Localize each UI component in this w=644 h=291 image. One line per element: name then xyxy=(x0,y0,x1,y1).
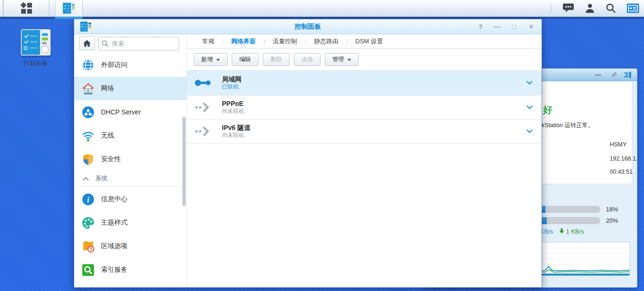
sidebar: 外部访问 网络 DHCP Server 无线 xyxy=(74,34,187,287)
sidebar-item-info-center[interactable]: i 信息中心 xyxy=(74,187,187,211)
tab-bar: 常规 网络界面 流量控制 静态路由 DSM 设置 xyxy=(187,34,542,48)
info-center-icon: i xyxy=(82,193,94,206)
taskbar-shadow xyxy=(0,17,644,19)
sidebar-item-label: 主题样式 xyxy=(101,218,127,227)
sidebar-item-label: 无线 xyxy=(101,131,114,140)
widget-panel-icon[interactable] xyxy=(624,72,632,80)
tray-divider xyxy=(551,3,552,14)
chevron-down-icon[interactable] xyxy=(526,103,533,112)
globe-icon xyxy=(82,59,94,72)
connect-button[interactable]: 连接 xyxy=(294,53,321,66)
manage-button[interactable]: 管理 xyxy=(325,53,359,66)
delete-button[interactable]: 删除 xyxy=(263,53,290,66)
health-message: DiskStation 运转正常。 xyxy=(533,121,594,129)
security-shield-icon xyxy=(82,153,94,166)
pppoe-disconnected-icon xyxy=(195,102,215,113)
interface-status: 已联机 xyxy=(222,83,242,90)
sidebar-item-dhcp-server[interactable]: DHCP Server xyxy=(74,100,187,124)
control-panel-window: 控制面板 ? — □ × xyxy=(74,19,542,288)
minimize-button[interactable]: — xyxy=(494,23,501,31)
dsm-desktop: 好 DiskStation 运转正常。 HSMY 192.168.1.200 0… xyxy=(0,0,644,291)
sidebar-item-theme[interactable]: 主题样式 xyxy=(74,211,187,234)
sidebar-item-label: 区域选项 xyxy=(101,242,127,251)
server-name-value: HSMY xyxy=(610,141,627,148)
dropdown-caret-icon xyxy=(347,59,351,61)
main-pane: 常规 网络界面 流量控制 静态路由 DSM 设置 新增 编辑 删除 xyxy=(187,34,542,287)
ipv6-tunnel-disconnected-icon xyxy=(195,126,215,137)
edit-button[interactable]: 编辑 xyxy=(232,53,259,66)
control-panel-shortcut[interactable]: 控制面板 xyxy=(13,29,58,68)
search-icon[interactable] xyxy=(605,3,616,14)
help-button[interactable]: ? xyxy=(477,23,484,31)
home-button[interactable] xyxy=(79,36,95,50)
interface-status: 尚未联机 xyxy=(222,108,244,115)
sidebar-item-label: DHCP Server xyxy=(101,108,141,116)
sidebar-item-partial[interactable] xyxy=(74,282,187,287)
chevron-down-icon[interactable] xyxy=(526,127,533,136)
tab-dsm-settings[interactable]: DSM 设置 xyxy=(347,34,392,48)
window-titlebar[interactable]: 控制面板 ? — □ × xyxy=(74,19,542,34)
tab-general[interactable]: 常规 xyxy=(194,34,223,48)
pilot-view-icon[interactable] xyxy=(627,3,639,13)
uptime-value: 00:43:51 xyxy=(610,169,633,175)
interface-list: 局域网 已联机 PPPoE 尚未联机 xyxy=(187,71,542,287)
create-button[interactable]: 新增 xyxy=(194,53,228,66)
sidebar-scrollbar[interactable] xyxy=(182,117,186,206)
sidebar-item-external-access[interactable]: 外部访问 xyxy=(74,53,187,77)
tab-network-interface[interactable]: 网络界面 xyxy=(223,34,264,48)
sidebar-item-label: 索引服务 xyxy=(101,266,127,274)
sidebar-item-regional-options[interactable]: 区域选项 xyxy=(74,234,187,258)
sidebar-item-network[interactable]: 网络 xyxy=(74,77,187,100)
interface-row-lan[interactable]: 局域网 已联机 xyxy=(187,71,542,96)
sidebar-item-wireless[interactable]: 无线 xyxy=(74,124,187,147)
dhcp-server-icon xyxy=(82,106,94,119)
download-arrow-icon xyxy=(559,228,564,234)
tab-traffic-control[interactable]: 流量控制 xyxy=(264,34,306,48)
control-panel-icon xyxy=(63,2,76,14)
notifications-icon[interactable] xyxy=(562,3,574,14)
taskbar-control-panel-button[interactable] xyxy=(55,0,83,16)
search-icon xyxy=(102,40,109,49)
interface-name: IPv6 隧道 xyxy=(222,124,251,132)
widget-minimize-icon[interactable] xyxy=(595,74,601,76)
cpu-usage-bar xyxy=(533,206,600,213)
sidebar-item-label: 信息中心 xyxy=(101,195,127,203)
sidebar-item-label: 安全性 xyxy=(101,155,121,163)
sidebar-item-index-service[interactable]: 索引服务 xyxy=(74,258,187,282)
interface-name: PPPoE xyxy=(222,100,244,108)
network-speed-row: KB/s 1 KB/s xyxy=(540,228,584,235)
window-title: 控制面板 xyxy=(74,23,542,31)
download-speed-value: 1 KB/s xyxy=(566,228,584,235)
search-input[interactable] xyxy=(98,37,179,50)
interface-row-pppoe[interactable]: PPPoE 尚未联机 xyxy=(187,96,542,120)
ram-usage-bar xyxy=(533,217,600,224)
shortcut-label: 控制面板 xyxy=(13,59,58,68)
sidebar-item-label: 外部访问 xyxy=(101,61,127,69)
divider xyxy=(80,186,181,186)
show-desktop-edge[interactable] xyxy=(0,0,3,16)
health-headline: 好 xyxy=(543,104,552,116)
network-home-icon xyxy=(82,82,94,95)
wifi-icon xyxy=(82,129,94,142)
interface-status: 尚未联机 xyxy=(222,132,251,139)
dropdown-caret-icon xyxy=(216,59,220,61)
pin-icon[interactable] xyxy=(611,71,618,80)
sidebar-item-security[interactable]: 安全性 xyxy=(74,147,187,171)
partial-icon xyxy=(82,287,94,288)
cpu-usage-percent: 18% xyxy=(606,206,618,213)
chevron-up-icon xyxy=(83,177,89,181)
active-app-indicator xyxy=(55,17,83,19)
user-icon[interactable] xyxy=(585,3,595,14)
ip-address-value: 192.168.1.200 xyxy=(610,155,637,162)
region-map-icon xyxy=(82,240,94,253)
sidebar-section-system[interactable]: 系统 xyxy=(74,171,187,186)
close-button[interactable]: × xyxy=(527,23,535,31)
index-search-icon xyxy=(82,264,94,276)
theme-palette-icon xyxy=(82,217,94,229)
chevron-down-icon[interactable] xyxy=(526,79,533,87)
main-menu-button[interactable] xyxy=(3,0,49,16)
tab-static-route[interactable]: 静态路由 xyxy=(306,34,347,48)
maximize-button[interactable]: □ xyxy=(510,23,518,31)
interface-row-ipv6-tunnel[interactable]: IPv6 隧道 尚未联机 xyxy=(187,120,542,144)
taskbar xyxy=(0,0,644,17)
